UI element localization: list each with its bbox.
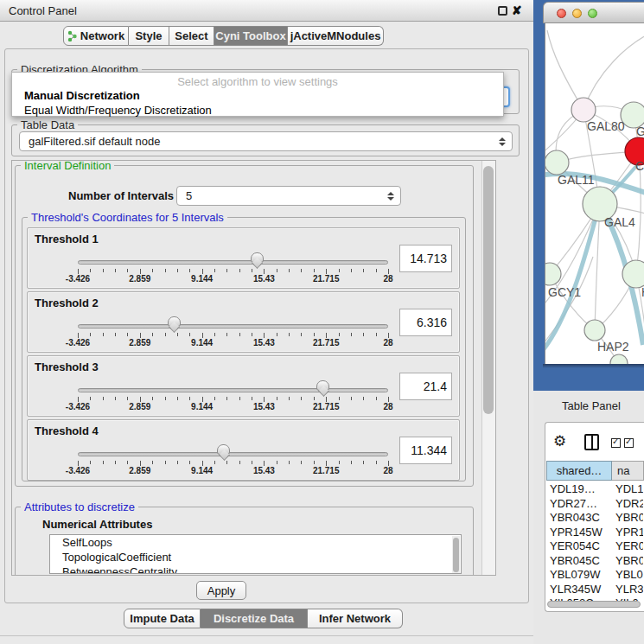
node-label-ga: GA [636,124,644,138]
number-of-intervals-select[interactable]: 5 [176,186,401,206]
control-panel-title: Control Panel [9,4,77,17]
tick-mark [277,269,277,272]
network-node[interactable] [545,263,561,285]
slider-thumb[interactable] [316,380,329,391]
viewport-scrollbar-thumb[interactable] [483,166,494,414]
tick-mark [363,269,364,272]
tick-mark [252,397,252,400]
popup-item-manual-discretization[interactable]: Manual Discretization [14,89,485,103]
tick-mark [90,397,91,400]
column-header-name[interactable]: na [612,461,644,481]
tick-mark [214,397,215,400]
tick-mark [103,333,104,336]
network-node[interactable] [545,150,569,175]
tick-mark [289,461,290,464]
network-node[interactable] [571,98,596,122]
table-row[interactable]: YLR345WYLR3 [546,582,643,596]
slider-track[interactable] [78,260,388,265]
threshold-label: Threshold 4 [35,424,99,437]
table-row[interactable]: YDR27…YDR2 [546,496,643,511]
tick-mark [339,333,340,336]
slider-track[interactable] [78,452,388,456]
tick-mark [165,461,166,464]
threshold-box-1: Threshold 1-3.4262.8599.14415.4321.71528… [27,227,460,289]
table-data-select[interactable]: galFiltered.sif default node [19,131,513,151]
number-of-intervals-value: 5 [186,189,192,202]
close-icon[interactable]: ✘ [512,3,522,17]
float-window-icon[interactable] [498,6,507,16]
table-row[interactable]: YBR045CYBR0 [546,553,643,568]
tick-label: 28 [366,338,411,348]
network-node[interactable] [584,320,605,341]
window-close-button[interactable] [557,9,566,18]
slider-track[interactable] [78,324,388,328]
attribute-item-topologicalcoefficient[interactable]: TopologicalCoefficient [50,550,461,564]
window-minimize-button[interactable] [572,9,582,18]
threshold-value-input[interactable]: 6.316 [399,309,452,336]
tab-label: Discretize Data [214,612,294,625]
algorithm-placeholder: Select algorithm to view settings [12,75,503,88]
threshold-label: Threshold 3 [35,360,99,373]
tick-mark [165,333,166,336]
threshold-value-input[interactable]: 21.4 [399,373,452,400]
network-canvas[interactable]: GAL80GACGAL11GAL4GCY1HHAP2 [545,23,644,364]
popup-item-equal-width-frequency-discretization[interactable]: Equal Width/Frequency Discretization [14,104,485,118]
node-label-c: C [635,159,644,173]
table-rows: YDL19…YDL1YDR27…YDR2YBR043CYBR0YPR145WYP… [546,481,643,601]
window-zoom-button[interactable] [588,9,597,18]
slider-track[interactable] [78,388,388,392]
tick-label: 28 [366,466,411,475]
tab-select[interactable]: Select [169,26,214,46]
network-edge[interactable] [583,34,644,110]
table-row[interactable]: YDL19…YDL1 [546,481,643,496]
threshold-value-input[interactable]: 14.713 [399,245,452,272]
table-row[interactable]: YER054CYER0 [546,539,643,553]
attribute-item-selfloops[interactable]: SelfLoops [50,535,461,550]
slider-thumb[interactable] [251,252,264,263]
network-edge[interactable] [547,30,583,110]
tab-label: Network [80,29,124,42]
gear-icon[interactable]: ⚙ [553,432,566,450]
tab-infer-network[interactable]: Infer Network [308,609,403,628]
node-label-gal4: GAL4 [604,215,635,229]
network-node[interactable] [622,260,644,288]
bottom-tabbar: Impute DataDiscretize DataInfer Network [124,609,403,628]
table-row[interactable]: YBL079WYBL0 [546,567,643,582]
tick-mark [127,333,128,336]
interval-definition-title: Interval Definition [21,160,114,172]
cell-shared-name: YBL079W [550,568,601,581]
slider-thumb[interactable] [217,444,230,455]
threshold-value-input[interactable]: 11.344 [399,437,452,464]
tick-mark [226,269,227,272]
cell-name: YBR0 [615,511,643,524]
tab-discretize-data[interactable]: Discretize Data [201,609,308,628]
cell-name: YDR2 [615,497,643,510]
table-row[interactable]: YBR043CYBR0 [546,510,643,525]
column-header-shared-name[interactable]: shared… [546,461,612,481]
apply-button[interactable]: Apply [196,581,246,600]
checkbox-icon[interactable] [611,438,621,448]
horizontal-scrollbar[interactable] [547,601,642,609]
network-node[interactable] [610,354,628,364]
attributes-list[interactable]: SelfLoopsTopologicalCoefficientBetweenne… [49,534,462,574]
tab-cyni-toolbox[interactable]: Cyni Toolbox [214,26,288,46]
tick-mark [90,333,91,336]
tab-network[interactable]: Network [63,26,129,46]
settings-scroll-viewport: Interval Definition Number of Intervals … [11,160,496,576]
split-columns-icon[interactable] [584,434,599,450]
tab-label: Impute Data [130,612,194,625]
list-scrollbar[interactable] [452,536,460,574]
tick-mark [239,397,240,400]
tab-jactivemnodules[interactable]: jActiveMNodules [288,26,384,46]
tick-mark [115,269,116,272]
tab-impute-data[interactable]: Impute Data [124,609,201,628]
checkbox-icon[interactable] [624,438,634,448]
table-row[interactable]: YPR145WYPR1 [546,525,643,539]
tick-mark [189,269,190,272]
slider-thumb[interactable] [168,316,181,327]
tab-style[interactable]: Style [129,26,169,46]
attribute-item-betweennesscentrality[interactable]: BetweennessCentrality [50,564,461,574]
tick-mark [177,333,178,336]
network-window-titlebar[interactable] [543,2,644,23]
tick-mark [226,397,227,400]
